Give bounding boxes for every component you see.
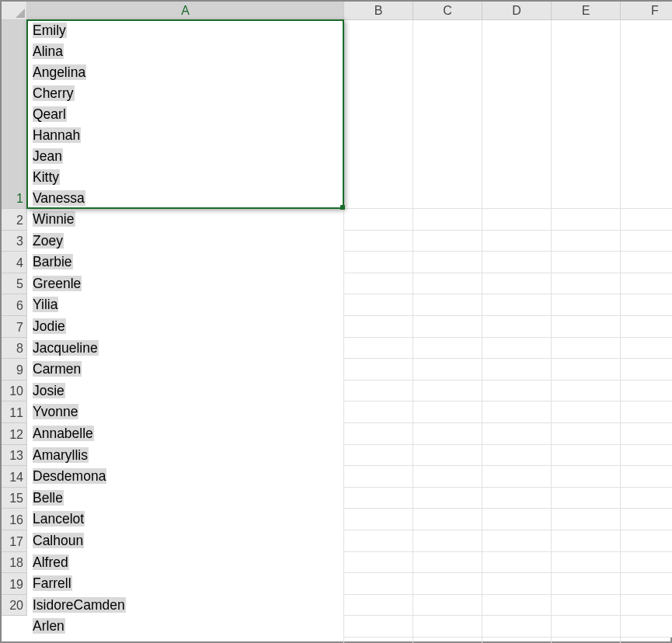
cell-B1[interactable] [344, 20, 413, 209]
cell-D8[interactable] [482, 338, 552, 360]
cell-F17[interactable] [621, 530, 672, 552]
row-header-1[interactable]: 1 [2, 20, 27, 209]
row-header-10[interactable]: 10 [2, 381, 27, 402]
col-header-B[interactable]: B [344, 2, 413, 20]
col-header-C[interactable]: C [413, 2, 482, 20]
cell-E7[interactable] [552, 316, 621, 338]
row-header-2[interactable]: 2 [2, 209, 27, 231]
cell-E13[interactable] [552, 445, 621, 467]
cell-F12[interactable] [621, 423, 672, 445]
cell-C12[interactable] [413, 423, 482, 445]
cell-C20[interactable] [413, 595, 482, 617]
cell-D9[interactable] [482, 359, 552, 381]
cell-A5[interactable]: Greenle [27, 273, 344, 295]
cell-A3[interactable]: Zoey [27, 231, 344, 252]
row-header-16[interactable]: 16 [2, 509, 27, 530]
cell-D17[interactable] [482, 530, 552, 552]
spreadsheet-grid[interactable]: ABCDEF 1234567891011121314151617181920 E… [0, 0, 672, 643]
cell-D5[interactable] [482, 273, 552, 295]
cell-E10[interactable] [552, 381, 621, 402]
cell-F4[interactable] [621, 252, 672, 273]
cell-F10[interactable] [621, 381, 672, 402]
row-header-5[interactable]: 5 [2, 273, 27, 295]
cell-A11[interactable]: Yvonne [27, 401, 344, 423]
cell-C4[interactable] [413, 252, 482, 273]
cell-E20[interactable] [552, 595, 621, 617]
cell-D6[interactable] [482, 294, 552, 316]
row-header-17[interactable]: 17 [2, 530, 27, 552]
cell-C18[interactable] [413, 552, 482, 574]
cell-C21[interactable] [413, 616, 482, 638]
cell-E5[interactable] [552, 273, 621, 295]
cell-C13[interactable] [413, 445, 482, 467]
cell-C5[interactable] [413, 273, 482, 295]
cell-D12[interactable] [482, 423, 552, 445]
cell-E19[interactable] [552, 573, 621, 595]
row-header-7[interactable]: 7 [2, 316, 27, 338]
cell-A8[interactable]: Jacqueline [27, 338, 344, 360]
cell-D2[interactable] [482, 209, 552, 231]
cell-E8[interactable] [552, 338, 621, 360]
cell-A16[interactable]: Lancelot [27, 509, 344, 530]
cell-E18[interactable] [552, 552, 621, 574]
cell-F20[interactable] [621, 595, 672, 617]
cell-D14[interactable] [482, 466, 552, 488]
cell-C3[interactable] [413, 231, 482, 252]
cell-B17[interactable] [344, 530, 413, 552]
cell-C9[interactable] [413, 359, 482, 381]
cell-area[interactable]: EmilyAlinaAngelinaCherryQearlHannahJeanK… [27, 20, 672, 638]
cell-A18[interactable]: Alfred [27, 552, 344, 574]
cell-E11[interactable] [552, 401, 621, 423]
cell-F15[interactable] [621, 488, 672, 509]
row-header-13[interactable]: 13 [2, 445, 27, 467]
row-header-14[interactable]: 14 [2, 466, 27, 488]
cell-A4[interactable]: Barbie [27, 252, 344, 273]
cell-E12[interactable] [552, 423, 621, 445]
row-header-20[interactable]: 20 [2, 595, 27, 617]
cell-B7[interactable] [344, 316, 413, 338]
cell-E16[interactable] [552, 509, 621, 530]
cell-D21[interactable] [482, 616, 552, 638]
cell-E3[interactable] [552, 231, 621, 252]
cell-D7[interactable] [482, 316, 552, 338]
cell-B3[interactable] [344, 231, 413, 252]
cell-A6[interactable]: Yilia [27, 294, 344, 316]
cell-A7[interactable]: Jodie [27, 316, 344, 338]
select-all-corner[interactable] [2, 2, 27, 20]
row-header-15[interactable]: 15 [2, 488, 27, 509]
cell-D18[interactable] [482, 552, 552, 574]
cell-B4[interactable] [344, 252, 413, 273]
cell-F2[interactable] [621, 209, 672, 231]
cell-F7[interactable] [621, 316, 672, 338]
cell-B5[interactable] [344, 273, 413, 295]
cell-F6[interactable] [621, 294, 672, 316]
cell-B19[interactable] [344, 573, 413, 595]
cell-C10[interactable] [413, 381, 482, 402]
cell-D3[interactable] [482, 231, 552, 252]
cell-C7[interactable] [413, 316, 482, 338]
cell-E1[interactable] [552, 20, 621, 209]
cell-F11[interactable] [621, 401, 672, 423]
cell-F16[interactable] [621, 509, 672, 530]
cell-F3[interactable] [621, 231, 672, 252]
cell-B10[interactable] [344, 381, 413, 402]
cell-F5[interactable] [621, 273, 672, 295]
cell-E2[interactable] [552, 209, 621, 231]
cell-B18[interactable] [344, 552, 413, 574]
cell-B12[interactable] [344, 423, 413, 445]
cell-B15[interactable] [344, 488, 413, 509]
cell-C2[interactable] [413, 209, 482, 231]
row-header-8[interactable]: 8 [2, 338, 27, 360]
cell-B8[interactable] [344, 338, 413, 360]
col-header-E[interactable]: E [552, 2, 621, 20]
cell-A10[interactable]: Josie [27, 381, 344, 402]
row-header-12[interactable]: 12 [2, 423, 27, 445]
cell-B13[interactable] [344, 445, 413, 467]
cell-D11[interactable] [482, 401, 552, 423]
row-header-11[interactable]: 11 [2, 401, 27, 423]
cell-A17[interactable]: Calhoun [27, 530, 344, 552]
cell-D15[interactable] [482, 488, 552, 509]
row-header-3[interactable]: 3 [2, 231, 27, 252]
cell-D1[interactable] [482, 20, 552, 209]
cell-A9[interactable]: Carmen [27, 359, 344, 381]
